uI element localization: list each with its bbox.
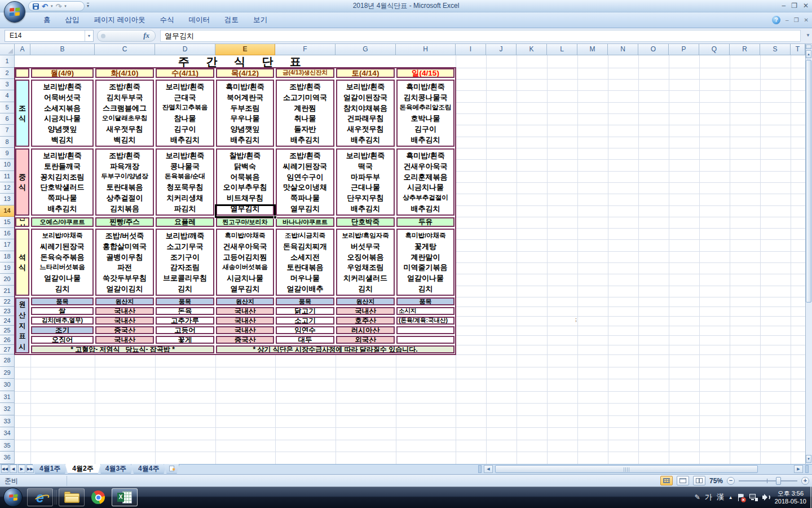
menu-cell[interactable]: 보리밥/흰죽토란들깨국꽁치김치조림단호박샐러드쪽파나물배추김치	[31, 148, 94, 216]
menu-item[interactable]: 쪽파나물	[277, 192, 333, 203]
row-header-18[interactable]: 18	[0, 251, 15, 262]
origin-cell[interactable]: 고등어	[156, 326, 214, 334]
row-header-36[interactable]: 36	[0, 452, 15, 464]
menu-item[interactable]: 미역줄기볶음	[398, 262, 453, 273]
row-header-20[interactable]: 20	[0, 274, 15, 285]
row-header-33[interactable]: 33	[0, 415, 15, 428]
menu-item[interactable]: 배추김치	[398, 203, 453, 214]
origin-cell[interactable]: 임연수	[276, 326, 334, 334]
menu-item[interactable]: 마파두부	[337, 172, 394, 182]
zoom-out-icon[interactable]: −	[727, 477, 735, 485]
ribbon-tab-삽입[interactable]: 삽입	[58, 12, 87, 28]
menu-cell[interactable]: 보리밥/야채죽씨레기된장국돈육숙주볶음느타리버섯볶음얼갈이나물김치	[31, 229, 94, 296]
menu-item[interactable]: 계란말이	[398, 252, 453, 262]
row-header-6[interactable]: 6	[0, 113, 15, 125]
insert-worksheet-tab[interactable]: ✱	[164, 464, 179, 474]
sheet-tab-4월2주[interactable]: 4월2주	[65, 464, 100, 474]
origin-label[interactable]: 원산지표시	[15, 297, 29, 353]
column-header-T[interactable]: T	[791, 44, 805, 55]
menu-item[interactable]: 소세지볶음	[32, 103, 92, 113]
menu-item[interactable]: 오이부추무침	[217, 182, 273, 192]
network-icon[interactable]	[749, 493, 758, 501]
menu-item[interactable]: 김치콩나물국	[398, 92, 453, 103]
menu-item[interactable]: 보리밥/흰죽	[157, 150, 213, 161]
row-header-28[interactable]: 28	[0, 354, 15, 367]
menu-item[interactable]: 돈육볶음/순대	[157, 172, 213, 182]
page-break-view-button[interactable]	[693, 476, 705, 485]
menu-item[interactable]: 두부구이/양념장	[96, 172, 153, 182]
row-header-11[interactable]: 11	[0, 171, 15, 182]
origin-cell[interactable]: 러시아산	[336, 326, 395, 334]
scroll-right-icon[interactable]: ▶	[794, 465, 803, 473]
menu-item[interactable]: 조밥/흰죽	[277, 150, 333, 161]
origin-header[interactable]: 품목	[31, 297, 94, 305]
menu-item[interactable]: 꽃게탕	[398, 241, 453, 252]
column-header-C[interactable]: C	[95, 44, 155, 55]
ime-pen-icon[interactable]: ✎	[695, 493, 700, 501]
menu-cell[interactable]: 보리밥/흰죽콩나물국돈육볶음/순대청포묵무침치커리생채파김치	[156, 148, 214, 216]
row-header-34[interactable]: 34	[0, 427, 15, 440]
origin-cell[interactable]: 꽃게	[156, 336, 214, 344]
origin-cell[interactable]: 중국산	[95, 326, 154, 334]
select-all-corner[interactable]	[0, 44, 15, 55]
menu-cell[interactable]: 흑미밥/흰죽북어계란국두부조림무우나물양념깻잎배추김치	[216, 80, 274, 147]
origin-cell[interactable]	[396, 336, 454, 344]
origin-cell[interactable]: 외국산	[336, 336, 395, 344]
menu-item[interactable]: 참나물	[157, 113, 213, 124]
name-box[interactable]: E14 ▼	[5, 30, 94, 42]
menu-item[interactable]: 토란들깨국	[32, 161, 92, 172]
row-header-23[interactable]: 23	[0, 306, 15, 316]
action-center-icon[interactable]: ✕	[738, 493, 745, 502]
origin-cell[interactable]: 쌀	[31, 307, 94, 315]
menu-item[interactable]: 열무김치	[277, 203, 333, 214]
origin-cell[interactable]: 조기	[31, 326, 94, 334]
ribbon-tab-홈[interactable]: 홈	[36, 12, 58, 28]
origin-header[interactable]: 품목	[396, 297, 454, 305]
menu-item[interactable]: 건새우아욱국	[217, 241, 273, 252]
snack-cell[interactable]: 찐고구마/보리차	[216, 217, 274, 227]
menu-item[interactable]: 양념깻잎	[32, 124, 92, 134]
menu-item[interactable]: 머우나물	[277, 273, 333, 283]
menu-item[interactable]: 양념깻잎	[217, 124, 273, 134]
menu-item[interactable]: 어묵볶음	[217, 172, 273, 182]
snack-cell[interactable]: 단호박죽	[336, 217, 395, 227]
menu-cell[interactable]: 흑미밥/흰죽건새우아욱국오리훈제볶음시금치나물상추부추겉절이배추김치	[396, 148, 454, 216]
origin-cell[interactable]: 국내산	[216, 317, 274, 325]
doc-minimize-icon[interactable]: –	[785, 16, 789, 24]
row-header-7[interactable]: 7	[0, 125, 15, 136]
corner-blank-cell[interactable]	[15, 68, 29, 78]
menu-item[interactable]: 조밥/흰죽	[96, 81, 153, 92]
hscroll-split-handle[interactable]	[805, 465, 809, 473]
name-box-dropdown-icon[interactable]: ▼	[85, 30, 93, 41]
menu-item[interactable]: 우엉채조림	[337, 262, 394, 273]
menu-item[interactable]: 조기구이	[157, 252, 213, 262]
row-header-26[interactable]: 26	[0, 335, 15, 345]
menu-item[interactable]: 오리훈제볶음	[398, 172, 453, 182]
scroll-left-icon[interactable]: ◀	[484, 465, 493, 473]
menu-item[interactable]: 배추김치	[32, 203, 92, 214]
menu-item[interactable]: 김구이	[157, 124, 213, 134]
snack-cell[interactable]: 오예스/야쿠르트	[31, 217, 94, 227]
ime-korean-indicator[interactable]: 가	[705, 492, 712, 502]
day-header[interactable]: 금(4/13)생신잔치	[276, 68, 334, 78]
menu-item[interactable]: 홍합살미역국	[96, 241, 153, 252]
row-header-10[interactable]: 10	[0, 159, 15, 170]
help-icon[interactable]: ?	[772, 16, 780, 24]
customize-qat-icon[interactable]: ▾	[87, 3, 89, 9]
scroll-down-icon[interactable]: ▼	[806, 455, 811, 463]
column-header-B[interactable]: B	[30, 44, 95, 55]
origin-cell[interactable]: 국내산	[95, 317, 154, 325]
menu-item[interactable]: 배추김치	[277, 134, 333, 145]
snack-cell[interactable]: 두유	[396, 217, 454, 227]
ribbon-tab-검토[interactable]: 검토	[217, 12, 246, 28]
menu-item[interactable]: 얼갈이배추	[277, 283, 333, 294]
ribbon-tab-페이지 레이아웃[interactable]: 페이지 레이아웃	[87, 12, 153, 28]
row-header-17[interactable]: 17	[0, 239, 15, 251]
menu-item[interactable]: 찰밥/흰죽	[217, 150, 273, 161]
menu-item[interactable]: 시금치나물	[398, 182, 453, 192]
menu-item[interactable]: 스크램블에그	[96, 103, 153, 113]
column-header-O[interactable]: O	[638, 44, 669, 55]
row-header-8[interactable]: 8	[0, 137, 15, 148]
menu-item[interactable]: 치커리샐러드	[337, 273, 394, 283]
row-header-16[interactable]: 16	[0, 228, 15, 239]
